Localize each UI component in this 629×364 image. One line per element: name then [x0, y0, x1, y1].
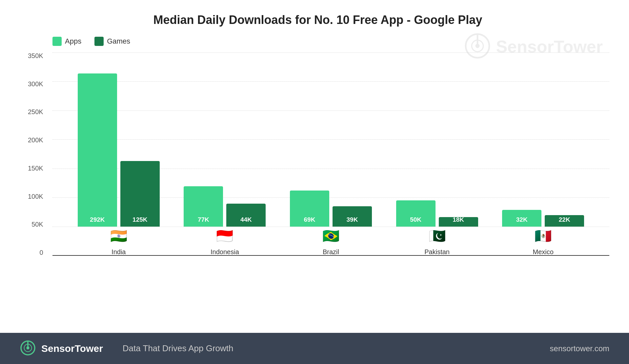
y-label-150k: 150K [28, 165, 43, 172]
y-axis-labels: 350K 300K 250K 200K 150K 100K 50K 0 [28, 52, 43, 256]
footer-tower: Tower [75, 343, 103, 354]
y-label-100k: 100K [28, 193, 43, 200]
mexico-game-label: 22K [559, 216, 570, 223]
india-game-bar: 125K [120, 161, 160, 227]
brazil-app-bar: 69K [290, 191, 329, 227]
chart-container: Median Daily Downloads for No. 10 Free A… [0, 0, 629, 333]
legend-games: Games [94, 37, 130, 46]
y-label-300k: 300K [28, 81, 43, 87]
footer-logo-icon [20, 340, 36, 357]
pakistan-game-bar: 18K [439, 217, 478, 227]
pakistan-app-bar: 50K [396, 200, 436, 227]
legend-games-label: Games [107, 37, 130, 46]
mexico-label: Mexico [533, 248, 553, 256]
country-indonesia: 77K 44K 🇮🇩 Indonesia [184, 186, 266, 256]
mexico-app-bar: 32K [502, 210, 541, 227]
indonesia-bars: 77K 44K [184, 186, 266, 227]
y-label-0: 0 [40, 249, 43, 256]
country-mexico: 32K 22K 🇲🇽 Mexico [502, 210, 584, 256]
brazil-app-label: 69K [304, 216, 315, 223]
indonesia-game-bar: 44K [226, 204, 266, 227]
indonesia-label: Indonesia [211, 248, 239, 256]
legend-apps: Apps [52, 37, 81, 46]
pakistan-game-label: 18K [453, 216, 464, 223]
legend-games-color [94, 37, 104, 46]
india-flag: 🇮🇳 [110, 229, 127, 243]
indonesia-app-label: 77K [198, 216, 209, 223]
country-india: 292K 125K 🇮🇳 India [78, 73, 160, 256]
legend-apps-label: Apps [65, 37, 81, 46]
india-label: India [112, 248, 126, 256]
footer-sensor: Sensor [41, 343, 75, 354]
country-brazil: 69K 39K 🇧🇷 Brazil [290, 191, 372, 256]
y-label-200k: 200K [28, 137, 43, 143]
indonesia-flag: 🇮🇩 [216, 229, 233, 243]
footer-tagline: Data That Drives App Growth [123, 343, 550, 354]
india-app-bar: 292K [78, 73, 117, 227]
brazil-label: Brazil [323, 248, 339, 256]
mexico-game-bar: 22K [545, 215, 584, 227]
chart-area: 350K 300K 250K 200K 150K 100K 50K 0 [52, 52, 609, 275]
brazil-bars: 69K 39K [290, 191, 372, 227]
pakistan-flag: 🇵🇰 [429, 229, 446, 243]
brazil-game-label: 39K [347, 216, 358, 223]
bars-area: 292K 125K 🇮🇳 India 77K 44K [52, 52, 609, 256]
india-app-label: 292K [90, 216, 105, 223]
footer-url: sensortower.com [550, 344, 609, 353]
mexico-app-label: 32K [516, 216, 528, 223]
brazil-flag: 🇧🇷 [322, 229, 339, 243]
chart-title: Median Daily Downloads for No. 10 Free A… [26, 13, 609, 27]
india-bars: 292K 125K [78, 73, 160, 227]
y-label-50k: 50K [31, 221, 43, 228]
country-pakistan: 50K 18K 🇵🇰 Pakistan [396, 200, 478, 256]
india-game-label: 125K [132, 216, 147, 223]
indonesia-game-label: 44K [240, 216, 252, 223]
footer-logo: SensorTower [20, 340, 103, 357]
legend-apps-color [52, 37, 62, 46]
footer: SensorTower Data That Drives App Growth … [0, 333, 629, 364]
footer-logo-text: SensorTower [41, 343, 103, 354]
brazil-game-bar: 39K [333, 206, 372, 227]
mexico-bars: 32K 22K [502, 210, 584, 227]
pakistan-bars: 50K 18K [396, 200, 478, 227]
y-label-350k: 350K [28, 52, 43, 59]
pakistan-app-label: 50K [410, 216, 421, 223]
indonesia-app-bar: 77K [184, 186, 223, 227]
pakistan-label: Pakistan [424, 248, 450, 256]
mexico-flag: 🇲🇽 [535, 229, 552, 243]
y-label-250k: 250K [28, 109, 43, 115]
